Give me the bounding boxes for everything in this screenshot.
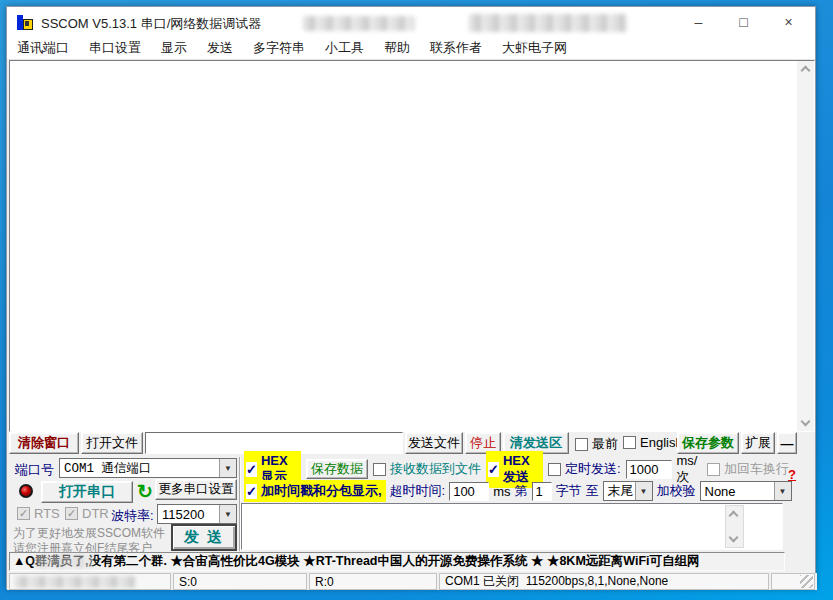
timeout-unit-label: ms — [493, 484, 510, 499]
baud-select-value: 115200 — [158, 507, 219, 522]
dtr-checkbox-box: ✓ — [65, 507, 78, 520]
window-title: SSCOM V5.13.1 串口/网络数据调试器 — [41, 15, 261, 33]
status-cell-received: R:0 — [309, 573, 437, 590]
redacted-title-info-1 — [303, 16, 415, 31]
timed-interval-input[interactable] — [626, 460, 672, 479]
rts-checkbox: ✓ RTS — [17, 506, 60, 521]
timestamp-checkbox[interactable]: ✓ 加时间戳和分包显示, — [244, 480, 386, 502]
to-end-select-value: 末尾 — [604, 482, 635, 500]
checksum-label: 加校验 — [657, 482, 696, 500]
menu-serial-settings[interactable]: 串口设置 — [79, 39, 151, 57]
status-bar: S:0 R:0 COM1 已关闭 115200bps,8,1,None,None — [7, 573, 817, 590]
chevron-down-icon[interactable]: ▼ — [219, 459, 236, 477]
save-data-button[interactable]: 保存数据 — [306, 459, 368, 479]
menu-multi-string[interactable]: 多字符串 — [243, 39, 315, 57]
maximize-button[interactable]: □ — [721, 7, 766, 37]
baud-select[interactable]: 115200 ▼ — [157, 504, 237, 524]
receive-scrollbar[interactable] — [797, 61, 814, 431]
recv-to-file-checkbox-box[interactable] — [373, 463, 386, 476]
dtr-label: DTR — [82, 506, 109, 521]
english-checkbox[interactable]: English — [623, 435, 683, 450]
recv-to-file-checkbox[interactable]: 接收数据到文件 — [373, 460, 481, 478]
receive-area[interactable] — [9, 60, 815, 432]
byte-no-prefix-label: 第 — [515, 482, 528, 500]
status-cell-resize — [771, 573, 815, 590]
rts-checkbox-box: ✓ — [17, 507, 30, 520]
port-select[interactable]: COM1 通信端口 ▼ — [59, 458, 237, 478]
menu-contact-author[interactable]: 联系作者 — [420, 39, 492, 57]
chevron-down-icon[interactable]: ▼ — [774, 482, 791, 500]
add-crlf-label: 加回车换行 — [724, 460, 789, 478]
window-controls: – □ × — [676, 7, 811, 37]
menu-display[interactable]: 显示 — [151, 39, 197, 57]
timed-send-checkbox[interactable]: 定时发送: — [548, 460, 621, 478]
redacted-title-info-2 — [469, 14, 627, 32]
add-crlf-checkbox: 加回车换行 — [707, 460, 789, 478]
redacted-status-text — [15, 576, 135, 588]
desktop-background: SSCOM V5.13.1 串口/网络数据调试器 – □ × 通讯端口 串口设置… — [0, 0, 833, 600]
port-select-value: COM1 通信端口 — [60, 460, 219, 477]
timestamp-label: 加时间戳和分包显示, — [261, 482, 382, 500]
checksum-select-value: None — [701, 484, 774, 499]
send-button[interactable]: 发 送 — [171, 524, 237, 551]
rts-label: RTS — [34, 506, 60, 521]
scroll-up-icon[interactable] — [801, 66, 811, 76]
scroll-up-icon[interactable] — [729, 511, 739, 521]
clear-window-button[interactable]: 清除窗口 — [9, 432, 79, 454]
to-label: 至 — [586, 482, 599, 500]
app-window: SSCOM V5.13.1 串口/网络数据调试器 – □ × 通讯端口 串口设置… — [6, 6, 816, 589]
menu-daxia-site[interactable]: 大虾电子网 — [492, 39, 577, 57]
chevron-down-icon[interactable]: ▼ — [635, 482, 652, 500]
scroll-down-icon[interactable] — [729, 533, 739, 543]
topmost-checkbox-box[interactable] — [575, 438, 588, 451]
status-cell-sent: S:0 — [173, 573, 307, 590]
info-bar-text: ▲Q群满员了,没有第二个群. ★合宙高性价比4G模块 ★RT-Thread中国人… — [13, 553, 700, 570]
refresh-ports-icon[interactable]: ↻ — [137, 482, 153, 501]
collapse-button[interactable]: — — [777, 432, 797, 454]
byte-label: 字节 — [556, 482, 582, 500]
serial-status-led-icon — [19, 484, 33, 498]
send-area-scrollbar[interactable] — [725, 505, 744, 548]
title-bar: SSCOM V5.13.1 串口/网络数据调试器 – □ × — [7, 7, 815, 37]
close-button[interactable]: × — [766, 7, 811, 37]
redacted-info-text — [35, 554, 93, 568]
send-file-button[interactable]: 发送文件 — [405, 432, 463, 454]
chevron-down-icon[interactable]: ▼ — [219, 505, 236, 523]
add-crlf-checkbox-box — [707, 463, 720, 476]
timeout-input[interactable] — [449, 482, 489, 501]
byte-no-input[interactable] — [532, 482, 552, 501]
english-checkbox-box[interactable] — [623, 436, 636, 449]
checksum-select[interactable]: None ▼ — [700, 481, 792, 501]
baud-label: 波特率: — [111, 507, 154, 525]
hex-send-checkbox-box[interactable]: ✓ — [488, 462, 499, 477]
extend-button[interactable]: 扩展 — [741, 432, 775, 454]
send-text-area[interactable] — [241, 503, 783, 550]
menu-tools[interactable]: 小工具 — [315, 39, 374, 57]
open-file-button[interactable]: 打开文件 — [81, 432, 143, 454]
open-serial-button[interactable]: 打开串口 — [41, 481, 133, 503]
timeout-label: 超时时间: — [390, 482, 446, 500]
topmost-label: 最前 — [592, 435, 618, 453]
more-serial-settings-button[interactable]: 更多串口设置 — [155, 479, 237, 500]
minimize-button[interactable]: – — [676, 7, 721, 37]
timed-send-checkbox-box[interactable] — [548, 463, 561, 476]
status-cell-connection: COM1 已关闭 115200bps,8,1,None,None — [439, 573, 769, 590]
menu-help[interactable]: 帮助 — [374, 39, 420, 57]
menu-send[interactable]: 发送 — [197, 39, 243, 57]
menu-comm-port[interactable]: 通讯端口 — [7, 39, 79, 57]
info-bar: ▲Q群满员了,没有第二个群. ★合宙高性价比4G模块 ★RT-Thread中国人… — [9, 552, 785, 571]
recv-to-file-label: 接收数据到文件 — [390, 460, 481, 478]
app-icon — [17, 14, 35, 31]
resize-grip[interactable] — [800, 575, 813, 588]
topmost-checkbox[interactable]: 最前 — [575, 435, 618, 453]
timed-send-label: 定时发送: — [565, 460, 621, 478]
scroll-down-icon[interactable] — [801, 417, 811, 427]
to-end-select[interactable]: 末尾 ▼ — [603, 481, 653, 501]
help-icon[interactable]: ? — [788, 467, 796, 482]
status-cell-author — [9, 573, 171, 590]
timestamp-checkbox-box[interactable]: ✓ — [246, 484, 257, 499]
menu-bar: 通讯端口 串口设置 显示 发送 多字符串 小工具 帮助 联系作者 大虾电子网 — [7, 37, 815, 60]
hex-display-checkbox-box[interactable]: ✓ — [246, 462, 257, 477]
save-params-button[interactable]: 保存参数 — [677, 432, 739, 454]
dtr-checkbox: ✓ DTR — [65, 506, 109, 521]
